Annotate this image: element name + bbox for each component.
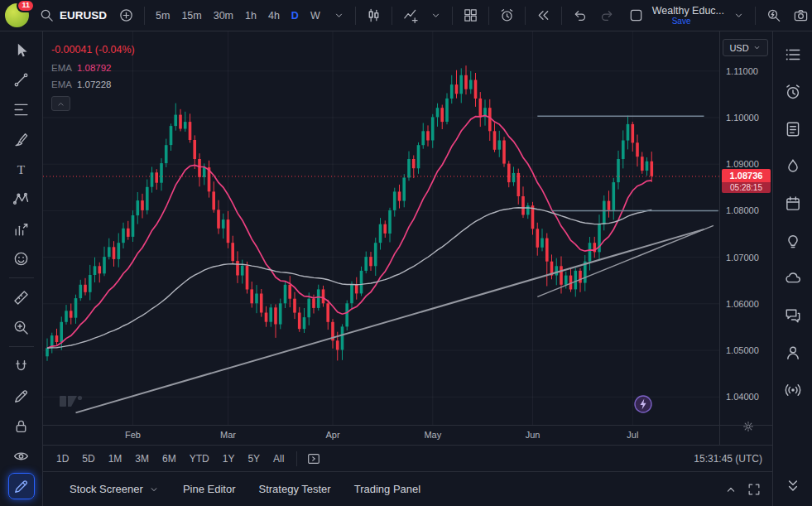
timeframe-15m[interactable]: 15m xyxy=(175,4,207,27)
sidebar-item-watchlist[interactable] xyxy=(780,41,806,68)
range-5y[interactable]: 5Y xyxy=(241,451,267,467)
layout-menu-button[interactable] xyxy=(728,3,750,28)
save-link[interactable]: Save xyxy=(672,17,691,27)
layout-name-button[interactable]: Wealthy Educ... Save xyxy=(652,5,724,27)
tool-edit-active[interactable] xyxy=(8,473,35,499)
ema-fast-row[interactable]: EMA 1.08792 xyxy=(51,63,135,73)
timeframe-5m[interactable]: 5m xyxy=(150,4,175,27)
sidebar-item-ideas[interactable] xyxy=(780,228,806,254)
redo-button[interactable] xyxy=(594,3,620,28)
chevron-down-icon xyxy=(752,43,762,52)
timeframe-1h[interactable]: 1h xyxy=(239,4,262,27)
panel-tab-label: Stock Screener xyxy=(70,483,143,495)
search-icon xyxy=(39,7,55,23)
tool-brush[interactable] xyxy=(7,127,36,152)
sidebar-item-broadcast[interactable] xyxy=(780,377,806,403)
layout-grid-button[interactable] xyxy=(458,3,483,28)
tool-trend-line[interactable] xyxy=(7,67,36,92)
price-chart[interactable]: 1.040001.050001.060001.070001.080001.090… xyxy=(43,31,772,445)
compare-button[interactable] xyxy=(113,3,139,28)
hotlists-icon xyxy=(784,157,802,176)
magnet-icon xyxy=(12,358,30,375)
panel-maximize-button[interactable] xyxy=(742,478,766,501)
tool-fib[interactable] xyxy=(7,97,36,122)
tool-lock[interactable] xyxy=(7,413,36,438)
drawing-toolbar: T xyxy=(0,31,43,506)
sidebar-item-hotlists[interactable] xyxy=(780,153,806,180)
tool-forecast[interactable] xyxy=(7,216,36,241)
timeframe-4h[interactable]: 4h xyxy=(262,4,286,27)
tool-edit[interactable] xyxy=(7,383,36,408)
panel-tab-strategy-tester[interactable]: Strategy Tester xyxy=(247,472,342,506)
scale-settings-gear-icon[interactable] xyxy=(741,420,756,435)
chart-area[interactable]: 1.040001.050001.060001.070001.080001.090… xyxy=(43,31,772,445)
symbol-search-button[interactable]: EURUSD xyxy=(34,3,112,28)
sidebar-item-comments[interactable] xyxy=(780,302,806,329)
range-group: 1D5D1M3M6MYTD1Y5YAll xyxy=(50,451,291,467)
panel-tab-label: Pine Editor xyxy=(183,483,236,495)
sidebar-item-calendar[interactable] xyxy=(780,190,806,217)
tool-eye[interactable] xyxy=(7,443,36,468)
bottom-panel: Stock ScreenerPine EditorStrategy Tester… xyxy=(43,471,772,506)
go-to-date-button[interactable] xyxy=(303,449,324,469)
indicators-button[interactable] xyxy=(397,3,423,28)
grid-layout-icon xyxy=(463,7,478,23)
toolbar-right: Wealthy Educ... Save xyxy=(623,0,812,31)
ema-slow-row[interactable]: EMA 1.07228 xyxy=(51,80,135,89)
tool-zoom-in[interactable] xyxy=(7,315,36,340)
sidebar-item-alarm[interactable] xyxy=(780,79,806,105)
notification-badge: 11 xyxy=(17,0,35,12)
range-1m[interactable]: 1M xyxy=(102,451,129,467)
panel-collapse-button[interactable] xyxy=(719,478,742,501)
svg-text:Apr: Apr xyxy=(325,430,339,440)
sidebar-collapse-button[interactable] xyxy=(780,473,806,499)
timeframe-menu-button[interactable] xyxy=(328,3,350,28)
tool-measure[interactable] xyxy=(7,285,36,310)
range-3m[interactable]: 3M xyxy=(128,451,156,467)
tradingview-watermark xyxy=(60,390,84,409)
chart-style-button[interactable] xyxy=(361,3,387,28)
tool-xabcd[interactable] xyxy=(7,186,36,211)
brush-icon xyxy=(12,131,30,148)
indicators-menu-button[interactable] xyxy=(425,3,447,28)
fib-icon xyxy=(12,101,30,118)
tool-cursor[interactable] xyxy=(7,37,36,62)
toolbar-divider xyxy=(488,7,489,25)
timeframe-30m[interactable]: 30m xyxy=(208,4,239,27)
legend-collapse-button[interactable] xyxy=(51,96,70,111)
price-change: -0.00041 (-0.04%) xyxy=(51,44,135,55)
range-1d[interactable]: 1D xyxy=(50,451,75,467)
range-5d[interactable]: 5D xyxy=(75,451,101,467)
range-all[interactable]: All xyxy=(267,451,291,467)
sidebar-item-chat[interactable] xyxy=(780,265,806,292)
text-icon: T xyxy=(12,161,30,178)
sidebar-item-news[interactable] xyxy=(780,116,806,142)
cursor-icon xyxy=(12,41,30,59)
timeframe-D[interactable]: D xyxy=(286,4,305,27)
svg-text:1.05000: 1.05000 xyxy=(726,345,759,355)
chevron-up-icon xyxy=(55,99,66,109)
timeframe-W[interactable]: W xyxy=(305,4,326,27)
timezone-clock-button[interactable]: 15:31:45 (UTC) xyxy=(694,453,766,465)
replay-button[interactable] xyxy=(531,3,556,28)
tool-text[interactable]: T xyxy=(7,157,36,181)
panel-tab-pine-editor[interactable]: Pine Editor xyxy=(171,472,247,506)
chevrons-down-icon xyxy=(784,477,802,495)
tool-magnet[interactable] xyxy=(7,354,36,378)
layout-select-button[interactable] xyxy=(623,3,649,28)
snapshot-button[interactable] xyxy=(788,3,812,28)
price-scale-currency-button[interactable]: USD xyxy=(723,39,768,56)
alert-button[interactable] xyxy=(494,3,520,28)
tool-emoji[interactable] xyxy=(7,246,36,271)
quick-search-button[interactable] xyxy=(761,3,786,28)
sidebar-item-streams[interactable] xyxy=(780,340,806,366)
toolbar-divider xyxy=(9,277,34,278)
community-script-badge[interactable] xyxy=(634,395,652,413)
range-ytd[interactable]: YTD xyxy=(183,451,216,467)
range-6m[interactable]: 6M xyxy=(156,451,183,467)
undo-button[interactable] xyxy=(567,3,593,28)
panel-tab-trading-panel[interactable]: Trading Panel xyxy=(343,472,432,506)
range-1y[interactable]: 1Y xyxy=(216,451,242,467)
panel-tab-stock-screener[interactable]: Stock Screener xyxy=(58,472,171,506)
user-avatar[interactable]: 11 xyxy=(5,3,29,27)
